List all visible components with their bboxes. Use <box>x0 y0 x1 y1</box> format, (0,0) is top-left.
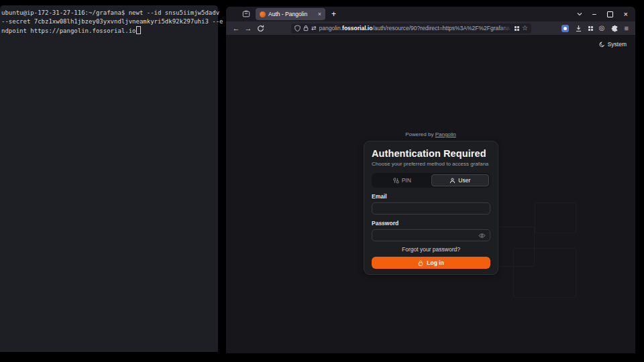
app-menu-button[interactable]: ≡ <box>625 25 629 32</box>
tab-manager-icon[interactable] <box>588 26 593 31</box>
background-decoration <box>535 202 576 233</box>
browser-window: Auth - Pangolin × + – × ← → ⇄ pangolin.f… <box>226 7 635 353</box>
tab-pin[interactable]: PIN <box>373 174 431 186</box>
bookmark-star-icon[interactable]: ☆ <box>522 25 528 32</box>
terminal-line: ndpoint https://pangolin.fossorial.io <box>1 26 217 36</box>
window-maximize-button[interactable] <box>607 11 613 17</box>
lock-icon <box>303 25 309 32</box>
theme-toggle[interactable]: System <box>599 41 627 48</box>
auth-card: Authentication Required Choose your pref… <box>364 141 498 275</box>
pin-keypad-icon <box>393 178 399 184</box>
extension-blue-icon[interactable] <box>561 25 569 32</box>
email-input[interactable] <box>372 202 490 215</box>
browser-toolbar: ← → ⇄ pangolin.fossorial.io/auth/resourc… <box>226 21 635 35</box>
extensions-button[interactable] <box>611 25 619 32</box>
email-label: Email <box>372 193 490 200</box>
reload-button[interactable] <box>255 25 266 32</box>
tab-close-icon[interactable]: × <box>318 11 321 17</box>
extension-circle-icon[interactable]: ◎ <box>599 25 605 32</box>
url-text: pangolin.fossorial.io/auth/resource/90?r… <box>319 25 512 32</box>
theme-label: System <box>608 41 627 48</box>
firefox-view-icon <box>242 10 250 18</box>
shield-icon <box>294 25 301 32</box>
card-title: Authentication Required <box>372 148 490 159</box>
pangolin-link[interactable]: Pangolin <box>435 131 456 137</box>
new-tab-button[interactable]: + <box>331 10 336 18</box>
browser-tab-auth-pangolin[interactable]: Auth - Pangolin × <box>256 8 325 20</box>
login-button[interactable]: Log in <box>372 257 490 269</box>
downloads-button[interactable] <box>575 25 582 32</box>
user-icon <box>449 178 455 184</box>
chevron-down-icon <box>576 11 583 17</box>
window-minimize-button[interactable]: – <box>592 11 596 17</box>
auth-page: System Powered by Pangolin Authenticatio… <box>226 35 635 353</box>
password-label: Password <box>372 220 490 227</box>
list-all-tabs-button[interactable] <box>576 11 583 17</box>
background-decoration <box>513 248 576 298</box>
tab-pin-label: PIN <box>402 177 411 184</box>
forward-button[interactable]: → <box>243 25 254 32</box>
puzzle-icon <box>611 25 619 32</box>
login-button-label: Log in <box>427 259 444 266</box>
containers-icon[interactable] <box>515 26 519 31</box>
powered-by: Powered by Pangolin <box>226 131 635 137</box>
firefox-view-button[interactable] <box>240 9 252 19</box>
window-close-button[interactable]: × <box>624 11 628 17</box>
forgot-password-link[interactable]: Forgot your password? <box>372 246 490 253</box>
password-input[interactable] <box>372 229 490 241</box>
https-only-icon: ⇄ <box>311 25 317 32</box>
url-bar[interactable]: ⇄ pangolin.fossorial.io/auth/resource/90… <box>291 23 531 34</box>
back-button[interactable]: ← <box>231 25 241 32</box>
terminal-window[interactable]: ubuntu@ip-172-31-27-116:~/grafana$ newt … <box>0 5 218 352</box>
terminal-line: ubuntu@ip-172-31-27-116:~/grafana$ newt … <box>1 9 217 17</box>
pangolin-favicon-icon <box>260 11 266 17</box>
tab-user[interactable]: User <box>431 174 490 186</box>
auth-method-tabs: PIN User <box>372 173 490 188</box>
terminal-line: --secret 7cbz1xw08lh1jbzey03yxvndljvneam… <box>1 17 217 26</box>
show-password-eye-icon[interactable] <box>478 232 486 239</box>
tab-title: Auth - Pangolin <box>268 11 315 17</box>
login-lock-icon <box>418 260 423 266</box>
reload-icon <box>257 25 264 32</box>
tab-user-label: User <box>458 177 470 184</box>
card-subtitle: Choose your preferred method to access g… <box>372 161 490 167</box>
moon-theme-icon <box>599 42 605 48</box>
download-icon <box>575 25 582 32</box>
terminal-cursor <box>136 26 141 34</box>
browser-tab-bar: Auth - Pangolin × + – × <box>226 7 635 21</box>
